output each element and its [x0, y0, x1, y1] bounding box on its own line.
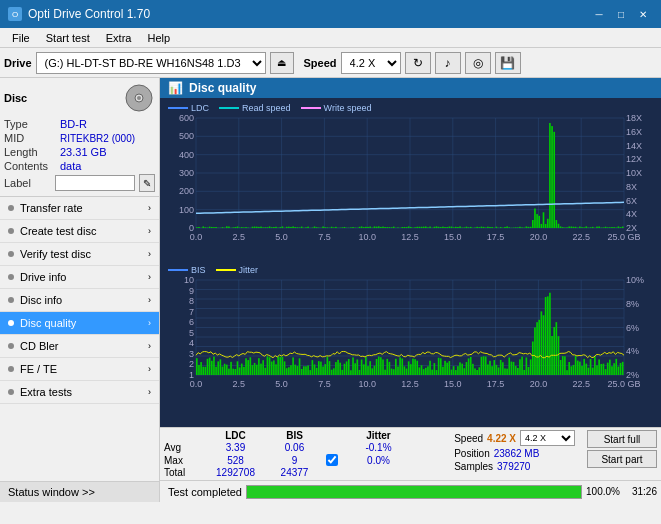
- nav-label: Disc info: [20, 294, 62, 306]
- nav-dot-icon: [8, 366, 14, 372]
- progress-time: 31:26: [632, 486, 657, 497]
- menu-extra[interactable]: Extra: [98, 30, 140, 46]
- content-area: 📊 Disc quality LDC Read speed: [160, 78, 661, 502]
- speed-row: Speed 4.22 X 4.2 X: [454, 430, 575, 446]
- read-label: Read speed: [242, 103, 291, 113]
- max-jitter: 0.0%: [346, 455, 411, 466]
- contents-value: data: [60, 160, 81, 172]
- label-edit-button[interactable]: ✎: [139, 174, 155, 192]
- speed-stat-value: 4.22 X: [487, 433, 516, 444]
- sidebar-item-disc-info[interactable]: Disc info ›: [0, 289, 159, 312]
- disc-icon: [123, 82, 155, 114]
- stats-grid: LDC BIS Jitter Avg 3.39 0.06 -0.1% Max 5…: [164, 430, 442, 478]
- write-label: Write speed: [324, 103, 372, 113]
- bottom-legend: BIS Jitter: [164, 264, 657, 276]
- bis-header: BIS: [267, 430, 322, 441]
- sidebar-item-transfer-rate[interactable]: Transfer rate ›: [0, 197, 159, 220]
- max-ldc: 528: [208, 455, 263, 466]
- save-button[interactable]: 💾: [495, 52, 521, 74]
- ldc-header: LDC: [208, 430, 263, 441]
- nav-dot-icon: [8, 274, 14, 280]
- sidebar-item-disc-quality[interactable]: Disc quality ›: [0, 312, 159, 335]
- total-row: Total 1292708 24377: [164, 467, 442, 478]
- disc-quality-title: Disc quality: [189, 81, 256, 95]
- nav-label: Extra tests: [20, 386, 72, 398]
- nav-arrow-icon: ›: [148, 318, 151, 328]
- progress-track: [246, 485, 582, 499]
- disc-quality-header: 📊 Disc quality: [160, 78, 661, 98]
- status-window-label: Status window >>: [8, 486, 95, 498]
- nav-label: Verify test disc: [20, 248, 91, 260]
- avg-ldc: 3.39: [208, 442, 263, 453]
- speed-select[interactable]: 4.2 X: [341, 52, 401, 74]
- bis-legend: BIS: [168, 265, 206, 275]
- status-text: Test completed: [164, 486, 242, 498]
- action-buttons: Start full Start part: [587, 430, 657, 478]
- bottom-chart-container: BIS Jitter: [164, 264, 657, 424]
- nav-arrow-icon: ›: [148, 341, 151, 351]
- length-label: Length: [4, 146, 56, 158]
- nav-label: FE / TE: [20, 363, 57, 375]
- sidebar-item-extra-tests[interactable]: Extra tests ›: [0, 381, 159, 404]
- nav-arrow-icon: ›: [148, 364, 151, 374]
- top-chart-container: LDC Read speed Write speed: [164, 102, 657, 262]
- empty-header: [164, 430, 204, 441]
- nav-dot-icon: [8, 251, 14, 257]
- nav-label: Transfer rate: [20, 202, 83, 214]
- drive-select[interactable]: (G:) HL-DT-ST BD-RE WH16NS48 1.D3: [36, 52, 266, 74]
- nav-label: Disc quality: [20, 317, 76, 329]
- disc-button[interactable]: ◎: [465, 52, 491, 74]
- nav-dot-icon: [8, 343, 14, 349]
- menu-file[interactable]: File: [4, 30, 38, 46]
- write-speed-legend: Write speed: [301, 103, 372, 113]
- svg-point-2: [137, 96, 141, 100]
- sidebar-item-create-test-disc[interactable]: Create test disc ›: [0, 220, 159, 243]
- menu-help[interactable]: Help: [139, 30, 178, 46]
- read-speed-legend: Read speed: [219, 103, 291, 113]
- charts-area: LDC Read speed Write speed: [160, 98, 661, 427]
- start-full-button[interactable]: Start full: [587, 430, 657, 448]
- sidebar-item-fe-te[interactable]: FE / TE ›: [0, 358, 159, 381]
- read-color: [219, 107, 239, 109]
- speed-label: Speed: [304, 57, 337, 69]
- close-button[interactable]: ✕: [633, 5, 653, 23]
- sidebar-item-drive-info[interactable]: Drive info ›: [0, 266, 159, 289]
- app-icon: O: [8, 7, 22, 21]
- audio-button[interactable]: ♪: [435, 52, 461, 74]
- avg-row: Avg 3.39 0.06 -0.1%: [164, 442, 442, 453]
- nav-items: Transfer rate › Create test disc › Verif…: [0, 197, 159, 481]
- menu-start-test[interactable]: Start test: [38, 30, 98, 46]
- jitter-color: [216, 269, 236, 271]
- jitter-checkbox[interactable]: [326, 454, 338, 466]
- speed-dropdown[interactable]: 4.2 X: [520, 430, 575, 446]
- eject-button[interactable]: ⏏: [270, 52, 294, 74]
- sidebar-item-verify-test-disc[interactable]: Verify test disc ›: [0, 243, 159, 266]
- progress-percent: 100.0%: [586, 486, 620, 497]
- mid-value: RITEKBR2 (000): [60, 133, 135, 144]
- type-value: BD-R: [60, 118, 87, 130]
- drivebar: Drive (G:) HL-DT-ST BD-RE WH16NS48 1.D3 …: [0, 48, 661, 78]
- label-label: Label: [4, 177, 51, 189]
- stats-bar: LDC BIS Jitter Avg 3.39 0.06 -0.1% Max 5…: [160, 427, 661, 480]
- titlebar-controls: ─ □ ✕: [589, 5, 653, 23]
- position-label: Position: [454, 448, 490, 459]
- label-input[interactable]: [55, 175, 135, 191]
- progress-fill: [247, 486, 581, 498]
- sidebar-item-cd-bler[interactable]: CD Bler ›: [0, 335, 159, 358]
- write-color: [301, 107, 321, 109]
- position-value: 23862 MB: [494, 448, 540, 459]
- nav-label: Create test disc: [20, 225, 96, 237]
- total-label: Total: [164, 467, 204, 478]
- minimize-button[interactable]: ─: [589, 5, 609, 23]
- stats-headers: LDC BIS Jitter: [164, 430, 442, 441]
- nav-dot-icon: [8, 297, 14, 303]
- bis-color: [168, 269, 188, 271]
- start-part-button[interactable]: Start part: [587, 450, 657, 468]
- status-window-button[interactable]: Status window >>: [0, 481, 159, 502]
- ldc-label: LDC: [191, 103, 209, 113]
- avg-bis: 0.06: [267, 442, 322, 453]
- maximize-button[interactable]: □: [611, 5, 631, 23]
- refresh-button[interactable]: ↻: [405, 52, 431, 74]
- nav-dot-icon: [8, 228, 14, 234]
- ldc-color: [168, 107, 188, 109]
